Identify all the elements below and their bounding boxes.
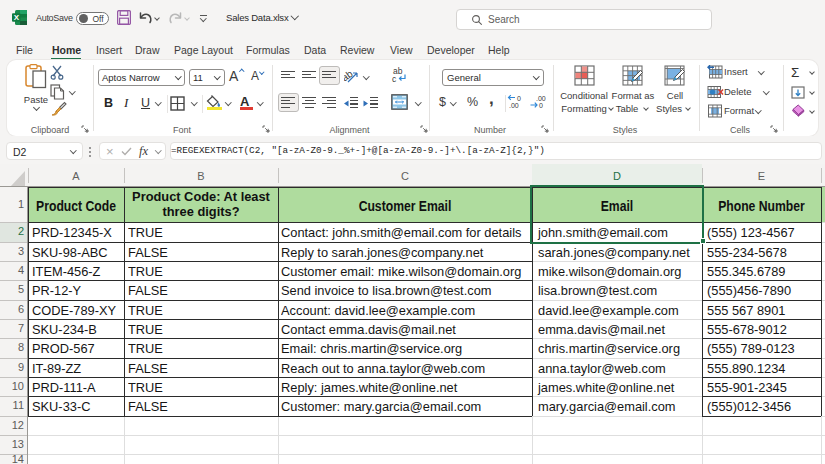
svg-text:0: 0 [539, 102, 543, 109]
svg-text:X: X [14, 13, 20, 22]
svg-text:.00: .00 [536, 95, 546, 102]
svg-text:.00: .00 [509, 102, 519, 109]
svg-text:0: 0 [517, 95, 521, 102]
